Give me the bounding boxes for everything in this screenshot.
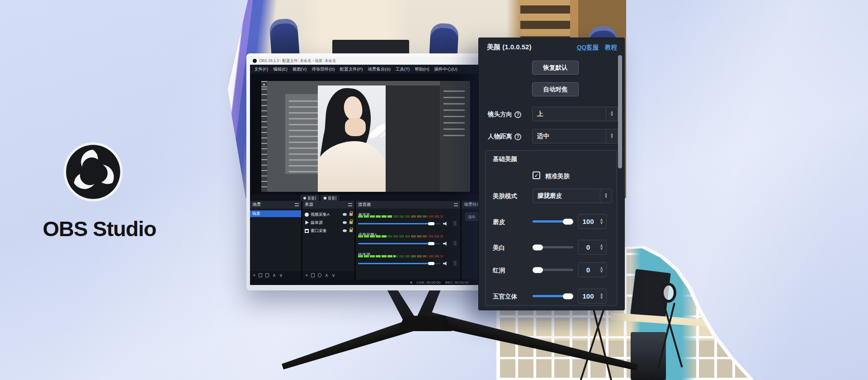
autofocus-button[interactable]: 自动对焦 <box>532 82 579 96</box>
smoothing-value[interactable]: 100 ∧∨ <box>578 214 607 229</box>
sources-dock-title: 来源 <box>305 202 313 208</box>
media-source-icon <box>305 221 309 225</box>
stepper-arrows-icon[interactable]: ∧∨ <box>598 245 606 250</box>
channel-options-button[interactable]: ⋮ <box>453 261 457 266</box>
speaker-icon[interactable] <box>443 222 448 226</box>
skin-mode-select[interactable]: 朦胧磨皮 ∧∨ <box>533 189 612 203</box>
menu-docks[interactable]: 停靠部件(D) <box>311 66 335 72</box>
stepper-arrows-icon[interactable]: ∧∨ <box>598 294 606 299</box>
group-title: 基础美颜 <box>493 155 517 163</box>
ring-light-shape <box>661 283 676 303</box>
source-properties-button[interactable] <box>318 273 321 277</box>
menu-help[interactable]: 帮助(H) <box>415 66 429 72</box>
volume-row: ⋮ <box>358 221 458 226</box>
source-list-item[interactable]: 视频采集A <box>302 211 354 218</box>
volume-slider[interactable] <box>358 263 440 264</box>
rosy-slider[interactable] <box>533 269 573 271</box>
visibility-eye-icon[interactable] <box>343 221 347 224</box>
tripod-leg-shape <box>592 306 612 380</box>
basic-beauty-group: 基础美颜 ✓ 精准美肤 美肤模式 朦胧磨皮 ∧∨ 磨皮 100 ∧∨ 美白 <box>485 150 617 306</box>
dot-icon <box>303 197 306 200</box>
tutorial-link[interactable]: 教程 <box>605 43 617 52</box>
select-spinner-icon[interactable]: ∧∨ <box>600 189 612 203</box>
preview-toggle-button[interactable] <box>301 195 319 201</box>
lock-icon[interactable] <box>349 213 353 216</box>
live-time: LIVE: 00:00:00 <box>417 280 441 285</box>
menu-profile[interactable]: 配置文件(P) <box>340 66 363 72</box>
facial-depth-value[interactable]: 100 ∧∨ <box>578 289 607 304</box>
dock-menu-icon[interactable] <box>348 203 352 206</box>
source-label: 窗口采集 <box>311 228 341 234</box>
obs-studio-wordmark: OBS Studio <box>27 216 172 241</box>
whitening-slider[interactable] <box>533 246 573 248</box>
move-source-down-button[interactable]: ∨ <box>332 273 335 278</box>
subject-distance-select[interactable]: 适中 ∧∨ <box>532 129 618 143</box>
menu-scene-collection[interactable]: 场景集合(S) <box>368 66 391 72</box>
menu-plugin-center[interactable]: 插件中心(U) <box>434 66 457 72</box>
precise-skin-checkbox[interactable]: ✓ <box>533 171 540 179</box>
whitening-label: 美白 <box>493 244 505 252</box>
select-spinner-icon[interactable]: ∧∨ <box>606 107 618 121</box>
beauty-filter-panel: 美颜 (1.0.0.52) QQ客服 教程 恢复默认 自动对焦 镜头方向 ? 上… <box>478 38 625 310</box>
add-source-button[interactable]: + <box>305 273 308 278</box>
visibility-eye-icon[interactable] <box>343 213 347 216</box>
lock-icon[interactable] <box>349 221 353 224</box>
remove-source-button[interactable] <box>311 273 315 277</box>
remove-scene-button[interactable] <box>259 273 262 277</box>
volume-slider[interactable] <box>358 243 440 244</box>
speaker-icon[interactable] <box>443 261 448 266</box>
help-icon[interactable]: ? <box>514 111 521 118</box>
visibility-eye-icon[interactable] <box>343 229 347 232</box>
stepper-arrows-icon[interactable]: ∧∨ <box>598 267 606 273</box>
scene-list-item-selected[interactable]: 场景 <box>250 210 301 217</box>
restore-defaults-button[interactable]: 恢复默认 <box>532 61 579 75</box>
obs-logo-icon <box>253 59 257 63</box>
move-source-up-button[interactable]: ∧ <box>325 273 328 278</box>
move-scene-down-button[interactable]: ∨ <box>279 273 283 278</box>
menu-view[interactable]: 视图(V) <box>292 66 307 72</box>
window-capture-icon <box>305 229 309 233</box>
lock-icon[interactable] <box>349 229 353 232</box>
facial-depth-slider[interactable] <box>533 295 573 297</box>
precise-skin-label: 精准美肤 <box>545 172 570 180</box>
dock-menu-icon[interactable] <box>454 203 458 206</box>
source-list-item[interactable]: 媒体源 <box>302 219 354 226</box>
portrait-skin-shape <box>345 118 366 136</box>
qq-support-link[interactable]: QQ客服 <box>577 43 599 52</box>
preview-toggle-button[interactable] <box>321 195 339 201</box>
rosy-value[interactable]: 0 ∧∨ <box>578 262 607 277</box>
help-icon[interactable]: ? <box>514 133 521 140</box>
photoshop-window <box>261 81 470 192</box>
channel-options-button[interactable]: ⋮ <box>453 221 457 226</box>
dock-menu-icon[interactable] <box>295 203 299 206</box>
menu-file[interactable]: 文件(F) <box>254 66 268 72</box>
vu-meter-ticks <box>358 255 443 257</box>
menu-edit[interactable]: 编辑(E) <box>273 66 288 72</box>
mixer-channel: 媒体源 ⋮ <box>358 250 458 268</box>
scenes-toolbar: + ∧ ∨ <box>250 271 301 280</box>
whitening-value[interactable]: 0 ∧∨ <box>578 240 607 255</box>
source-label: 视频采集A <box>311 212 341 218</box>
move-scene-up-button[interactable]: ∧ <box>272 273 276 278</box>
lens-direction-select[interactable]: 上 ∧∨ <box>532 107 618 121</box>
channel-options-button[interactable]: ⋮ <box>453 241 457 246</box>
audio-mixer-dock: 混音器 麦克风 ⋮ 桌面音频A <box>356 201 460 280</box>
scenes-dock: 场景 场景 + ∧ ∨ <box>250 201 301 280</box>
menu-tools[interactable]: 工具(T) <box>396 66 410 72</box>
select-spinner-icon[interactable]: ∧∨ <box>606 129 618 143</box>
panel-scrollbar[interactable] <box>618 55 622 168</box>
stepper-arrows-icon[interactable]: ∧∨ <box>598 219 606 224</box>
camera-source-icon <box>305 213 309 217</box>
source-list-item[interactable]: 窗口采集 <box>302 227 354 234</box>
skin-mode-label: 美肤模式 <box>493 192 517 200</box>
sources-dock: 来源 视频采集A 媒体源 窗口采集 <box>302 201 354 280</box>
lens-direction-label: 镜头方向 ? <box>488 110 521 119</box>
duplicate-scene-button[interactable] <box>265 273 269 277</box>
portrait-dress-shape <box>318 141 386 192</box>
obs-studio-logo <box>62 141 124 203</box>
smoothing-slider[interactable] <box>533 220 573 223</box>
add-scene-button[interactable]: + <box>253 273 255 278</box>
photoshop-layers-panel <box>440 81 470 192</box>
volume-slider[interactable] <box>358 223 440 224</box>
speaker-icon[interactable] <box>443 242 448 246</box>
